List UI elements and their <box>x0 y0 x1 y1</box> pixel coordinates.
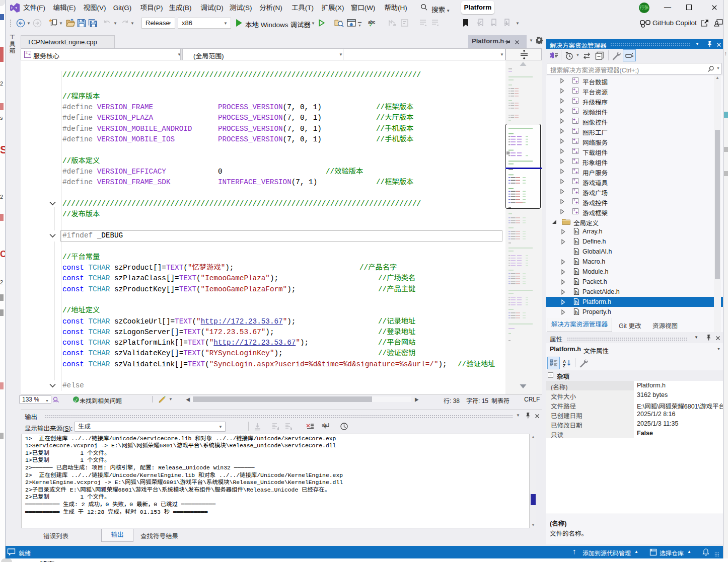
svg-text:h: h <box>575 280 578 285</box>
svg-text:h: h <box>575 239 578 245</box>
svg-text:h: h <box>575 290 578 295</box>
svg-text:h: h <box>575 310 578 315</box>
svg-text:h: h <box>575 229 578 234</box>
svg-text:Z: Z <box>563 363 565 367</box>
svg-text:h: h <box>575 270 578 275</box>
svg-text:h: h <box>575 300 578 305</box>
svg-text:h: h <box>575 260 578 265</box>
svg-text:h: h <box>575 250 578 255</box>
